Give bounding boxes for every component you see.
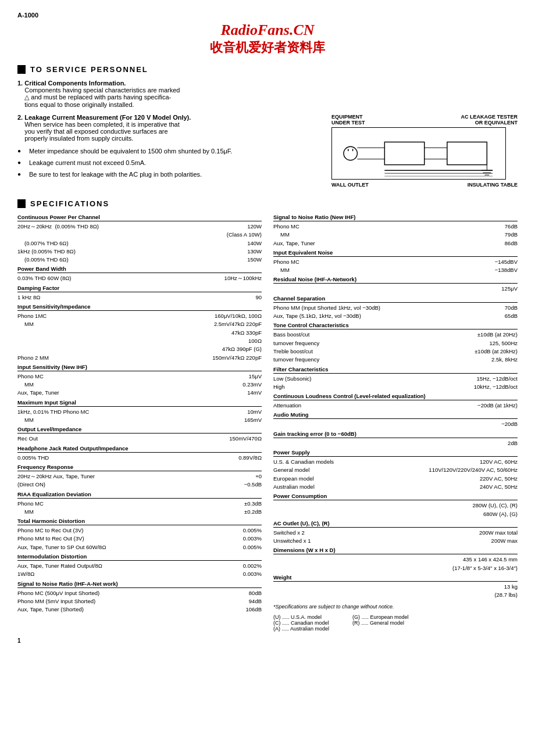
specs-right-col: Signal to Noise Ratio (New IHF) Phono MC… xyxy=(273,214,518,632)
spec-group-riaa: RIAA Equalization Deviation Phono MC±0.3… xyxy=(17,491,262,516)
page-number: 1 xyxy=(17,637,518,644)
spec-group-weight: Weight 13 kg (28.7 lbs) xyxy=(273,574,518,599)
circuit-svg xyxy=(331,127,506,180)
svg-point-0 xyxy=(344,146,357,160)
spec-group-channel-sep: Channel Separation Phono MM (Input Short… xyxy=(273,295,518,320)
site-title: RadioFans.CN xyxy=(17,22,518,39)
spec-group-snr-a: Signal to Noise Ratio (IHF-A-Net work) P… xyxy=(17,581,262,614)
diagram-insulating-table: INSULATING TABLE xyxy=(468,182,518,188)
spec-group-loudness: Continuous Loudness Control (Level-relat… xyxy=(273,393,518,409)
spec-group-residual: Residual Noise (IHF-A-Network) 125μV xyxy=(273,276,518,292)
service-item-2: 2. Leakage Current Measurement (For 120 … xyxy=(17,114,273,142)
spec-group-consumption: Power Consumption 280W (U), (C), (R) 680… xyxy=(273,493,518,518)
service-section: TO SERVICE PERSONNEL 1. Critical Compone… xyxy=(17,65,518,188)
model-code-c: (C) ..... Canadian model xyxy=(273,620,329,626)
spec-group-dimensions: Dimensions (W x H x D) 435 x 146 x 424.5… xyxy=(273,547,518,572)
spec-group-input-ihf: Input Sensitivity (New IHF) Phono MC15μV… xyxy=(17,364,262,397)
service-title: TO SERVICE PERSONNEL xyxy=(17,65,518,74)
header: RadioFans.CN 收音机爱好者资料库 xyxy=(17,22,518,56)
service-item-1: 1. Critical Components Information. Comp… xyxy=(17,80,518,108)
spec-group-gain: Gain tracking error (0 to −60dB) 2dB xyxy=(273,431,518,447)
spec-group-snr-ihf: Signal to Noise Ratio (New IHF) Phono MC… xyxy=(273,214,518,247)
spec-group-power-supply: Power Supply U.S. & Canadian models120V … xyxy=(273,449,518,490)
spec-group-thd: Total Harmonic Distortion Phono MC to Re… xyxy=(17,518,262,551)
circuit-diagram: EQUIPMENT UNDER TEST AC LEAKAGE TESTER O… xyxy=(331,114,518,188)
spec-group-max-input: Maximum Input Signal 1kHz, 0.01% THD Pho… xyxy=(17,399,262,424)
specs-left-col: Continuous Power Per Channel 20Hz～20kHz … xyxy=(17,214,262,632)
diagram-wall-outlet: WALL OUTLET xyxy=(331,182,369,188)
spec-group-input-sens: Input Sensitivity/Impedance Phono 1MC160… xyxy=(17,303,262,361)
site-subtitle: 收音机爱好者资料库 xyxy=(17,39,518,56)
bullet-item-1: Meter impedance should be equivalent to … xyxy=(17,148,273,155)
spec-group-output: Output Level/Impedance Rec Out150mV/470Ω xyxy=(17,426,262,442)
diagram-label1: EQUIPMENT xyxy=(331,114,363,120)
bullet-item-2: Leakage current must not exceed 0.5mA. xyxy=(17,159,273,166)
diagram-label4: OR EQUIVALENT xyxy=(475,120,518,126)
spec-group-ac-outlet: AC Outlet (U), (C), (R) Switched x 2200W… xyxy=(273,520,518,545)
model-codes: (U) ..... U.S.A. model (C) ..... Canadia… xyxy=(273,614,518,632)
specs-columns: Continuous Power Per Channel 20Hz～20kHz … xyxy=(17,214,518,632)
svg-rect-3 xyxy=(384,142,424,164)
spec-group-headphone: Headphone Jack Rated Output/Impedance 0.… xyxy=(17,445,262,461)
model-code-u: (U) ..... U.S.A. model xyxy=(273,614,329,620)
model-code-a: (A) ..... Australian model xyxy=(273,626,329,632)
spec-group-eq-noise: Input Equivalent Noise Phono MC−145dBV M… xyxy=(273,249,518,274)
bullet-item-3: Be sure to test for leakage with the AC … xyxy=(17,171,273,178)
model-code-g: (G) ..... European model xyxy=(352,614,409,620)
spec-group-tone: Tone Control Characteristics Bass boost/… xyxy=(273,322,518,363)
spec-group-damping: Damping Factor 1 kHz 8Ω90 xyxy=(17,285,262,301)
svg-rect-4 xyxy=(447,142,487,164)
spec-group-im: Intermodulation Distortion Aux, Tape, Tu… xyxy=(17,553,262,578)
spec-group-freq: Frequency Response 20Hz～20kHz Aux, Tape,… xyxy=(17,464,262,489)
spec-group-filter: Filter Characteristics Low (Subsonic)15H… xyxy=(273,366,518,391)
specs-footer-note: *Specifications are subject to change wi… xyxy=(273,604,518,610)
spec-group-bandwidth: Power Band Width 0.03% THD 60W (8Ω)10Hz～… xyxy=(17,266,262,282)
diagram-label2: UNDER TEST xyxy=(331,120,365,126)
spec-group-power: Continuous Power Per Channel 20Hz～20kHz … xyxy=(17,214,262,263)
diagram-label3: AC LEAKAGE TESTER xyxy=(461,114,518,120)
model-code-r: (R) ..... General model xyxy=(352,620,409,626)
model-number: A-1000 xyxy=(17,12,518,19)
spec-group-muting: Audio Muting −20dB xyxy=(273,411,518,428)
specifications-section: SPECIFICATIONS Continuous Power Per Chan… xyxy=(17,199,518,632)
specs-title: SPECIFICATIONS xyxy=(17,199,518,208)
